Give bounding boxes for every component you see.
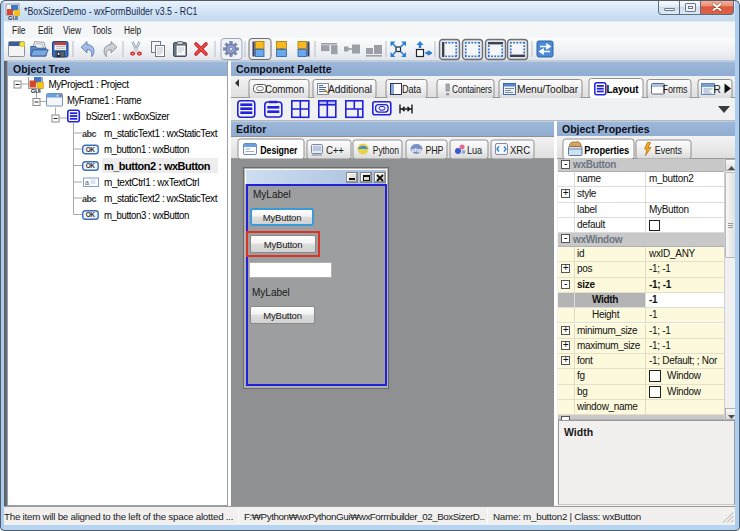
- svg-text:m_staticText2 : wxStaticText: m_staticText2 : wxStaticText: [104, 193, 218, 204]
- svg-text:R: R: [714, 84, 721, 95]
- svg-text:MyProject1 : Project: MyProject1 : Project: [49, 79, 130, 90]
- svg-text:php: php: [411, 147, 422, 153]
- svg-text:Common: Common: [265, 84, 304, 95]
- svg-text:PHP: PHP: [425, 145, 443, 156]
- svg-text:m_textCtrl1 : wxTextCtrl: m_textCtrl1 : wxTextCtrl: [104, 177, 199, 188]
- svg-text:Events: Events: [655, 145, 682, 156]
- svg-text:GUI: GUI: [31, 88, 41, 94]
- svg-text:m_button2 : wxButton: m_button2 : wxButton: [104, 161, 210, 172]
- svg-text:MyFrame1 : Frame: MyFrame1 : Frame: [67, 95, 142, 106]
- svg-text:OK: OK: [86, 211, 96, 218]
- svg-text:Additional: Additional: [328, 84, 372, 95]
- svg-text:Lua: Lua: [467, 145, 482, 156]
- svg-text:m_button3 : wxButton: m_button3 : wxButton: [104, 210, 190, 221]
- svg-text:Python: Python: [373, 145, 399, 156]
- svg-text:Data: Data: [402, 84, 421, 95]
- svg-text:GUI: GUI: [8, 15, 18, 21]
- svg-text:XRC: XRC: [510, 145, 530, 156]
- svg-text:C++: C++: [326, 145, 344, 156]
- svg-text:Containers: Containers: [452, 84, 492, 95]
- svg-text:m_button1 : wxButton: m_button1 : wxButton: [104, 144, 190, 155]
- svg-text:a: a: [85, 179, 89, 186]
- svg-text:OK: OK: [86, 146, 96, 153]
- svg-text:Layout: Layout: [607, 84, 640, 95]
- svg-text:bSizer1 : wxBoxSizer: bSizer1 : wxBoxSizer: [86, 111, 170, 122]
- svg-text:OK: OK: [86, 162, 96, 169]
- svg-text:m_staticText1 : wxStaticText: m_staticText1 : wxStaticText: [104, 128, 218, 139]
- svg-text:Designer: Designer: [260, 145, 297, 156]
- svg-text:Forms: Forms: [663, 84, 688, 95]
- svg-text:Properties: Properties: [584, 145, 629, 156]
- svg-text:Menu/Toolbar: Menu/Toolbar: [517, 84, 579, 95]
- svg-text:abc: abc: [82, 194, 96, 204]
- svg-text:abc: abc: [82, 129, 96, 139]
